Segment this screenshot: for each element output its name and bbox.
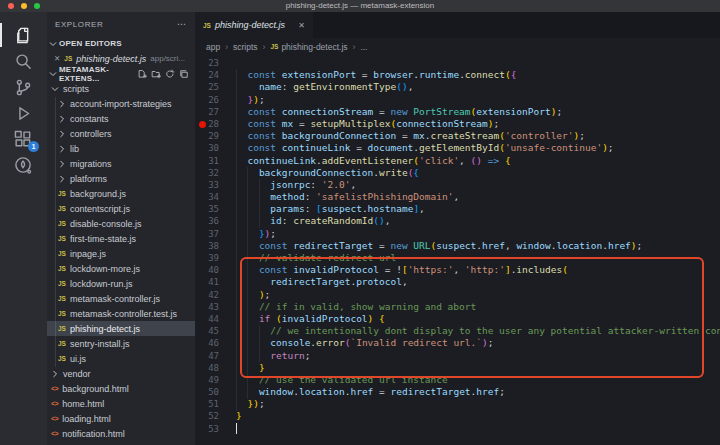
tree-item-scripts[interactable]: scripts: [47, 81, 195, 96]
tree-item-platforms[interactable]: platforms: [47, 171, 195, 186]
project-name: METAMASK-EXTENS...: [59, 65, 135, 83]
code-line: 52}: [195, 410, 720, 422]
tree-item-metamask-controller-test-js[interactable]: JSmetamask-controller.test.js: [47, 306, 195, 321]
project-section[interactable]: METAMASK-EXTENS...: [47, 66, 195, 81]
tree-item-metamask-controller-js[interactable]: JSmetamask-controller.js: [47, 291, 195, 306]
close-window-icon[interactable]: [8, 3, 14, 9]
new-file-icon[interactable]: [137, 69, 147, 79]
line-number[interactable]: 26: [195, 94, 233, 106]
tree-item-background-html[interactable]: <>background.html: [47, 381, 195, 396]
line-number[interactable]: 29: [195, 130, 233, 142]
line-number[interactable]: 39: [195, 252, 233, 264]
refresh-icon[interactable]: [165, 69, 175, 79]
tree-item-contentscript-js[interactable]: JScontentscript.js: [47, 201, 195, 216]
line-number[interactable]: 44: [195, 313, 233, 325]
tree-item-first-time-state-js[interactable]: JSfirst-time-state.js: [47, 231, 195, 246]
project-actions: [137, 69, 195, 79]
tree-item-label: first-time-state.js: [70, 234, 136, 244]
breadcrumb-item[interactable]: ...: [360, 42, 367, 52]
code-text: }: [233, 410, 242, 422]
line-number[interactable]: 36: [195, 215, 233, 227]
new-folder-icon[interactable]: [151, 69, 161, 79]
code-text: method: 'safelistPhishingDomain',: [233, 191, 459, 203]
open-editors-section[interactable]: OPEN EDITORS: [47, 36, 195, 51]
tree-item-account-import-strategies[interactable]: account-import-strategies: [47, 96, 195, 111]
line-number[interactable]: 23: [195, 57, 233, 69]
line-number[interactable]: 32: [195, 167, 233, 179]
tree-item-migrations[interactable]: migrations: [47, 156, 195, 171]
line-number[interactable]: 24: [195, 69, 233, 81]
line-number[interactable]: 33: [195, 179, 233, 191]
line-number[interactable]: 51: [195, 398, 233, 410]
close-tab-icon[interactable]: ✕: [298, 21, 305, 30]
line-number[interactable]: 35: [195, 203, 233, 215]
tree-item-lib[interactable]: lib: [47, 141, 195, 156]
line-number[interactable]: 40: [195, 264, 233, 276]
line-number[interactable]: 49: [195, 374, 233, 386]
tab-phishing-detect[interactable]: JS phishing-detect.js ✕: [195, 12, 313, 38]
line-number[interactable]: 46: [195, 337, 233, 349]
line-number[interactable]: 41: [195, 276, 233, 288]
line-number[interactable]: 25: [195, 81, 233, 93]
code-text: const extensionPort = browser.runtime.co…: [233, 69, 516, 81]
tree-item-phishing-detect-js[interactable]: JSphishing-detect.js: [47, 321, 195, 336]
line-number[interactable]: 50: [195, 386, 233, 398]
tree-item-lockdown-run-js[interactable]: JSlockdown-run.js: [47, 276, 195, 291]
line-number[interactable]: 47: [195, 350, 233, 362]
close-icon[interactable]: ✕: [54, 54, 60, 63]
tree-item-label: disable-console.js: [70, 219, 142, 229]
js-file-icon: JS: [58, 280, 66, 287]
minimize-window-icon[interactable]: [21, 3, 27, 9]
search-icon[interactable]: [12, 51, 35, 71]
maximize-window-icon[interactable]: [34, 3, 40, 9]
tree-item-loading-html[interactable]: <>loading.html: [47, 411, 195, 426]
code-line: 27 const connectionStream = new PortStre…: [195, 106, 720, 118]
line-number[interactable]: 30: [195, 142, 233, 154]
file-tree: scriptsaccount-import-strategiesconstant…: [47, 81, 195, 441]
tree-item-inpage-js[interactable]: JSinpage.js: [47, 246, 195, 261]
breadcrumb-item[interactable]: app: [206, 42, 220, 52]
line-number[interactable]: 43: [195, 301, 233, 313]
line-number[interactable]: 34: [195, 191, 233, 203]
extension-circle-icon[interactable]: [12, 155, 35, 175]
line-number[interactable]: 38: [195, 240, 233, 252]
line-number[interactable]: 45: [195, 325, 233, 337]
line-number[interactable]: 48: [195, 362, 233, 374]
tree-item-vendor[interactable]: vendor: [47, 366, 195, 381]
line-number[interactable]: 42: [195, 289, 233, 301]
extensions-icon[interactable]: 1: [12, 129, 35, 149]
breadcrumb-item[interactable]: JSphishing-detect.js: [270, 42, 347, 52]
tree-item-label: metamask-controller.test.js: [70, 309, 177, 319]
collapse-all-icon[interactable]: [179, 69, 189, 79]
code-text: const mx = setupMultiplex(connectionStre…: [233, 118, 499, 130]
line-number[interactable]: 53: [195, 423, 233, 435]
line-number[interactable]: 27: [195, 106, 233, 118]
tree-item-sentry-install-js[interactable]: JSsentry-install.js: [47, 336, 195, 351]
breadcrumb-item[interactable]: scripts: [233, 42, 258, 52]
window-title: phishing-detect.js — metamask-extension: [0, 0, 720, 12]
line-number[interactable]: 52: [195, 410, 233, 422]
line-number[interactable]: 31: [195, 155, 233, 167]
breadcrumb-label: scripts: [233, 42, 258, 52]
tree-item-lockdown-more-js[interactable]: JSlockdown-more.js: [47, 261, 195, 276]
tree-item-disable-console-js[interactable]: JSdisable-console.js: [47, 216, 195, 231]
code-line: 42 );: [195, 289, 720, 301]
explorer-icon[interactable]: [12, 25, 35, 45]
line-number[interactable]: 37: [195, 228, 233, 240]
tree-item-label: vendor: [63, 369, 91, 379]
tree-item-controllers[interactable]: controllers: [47, 126, 195, 141]
code-line: 25 name: getEnvironmentType(),: [195, 81, 720, 93]
explorer-more-icon[interactable]: ⋯: [177, 19, 187, 29]
code-editor[interactable]: 2324 const extensionPort = browser.runti…: [195, 55, 720, 445]
tree-item-background-js[interactable]: JSbackground.js: [47, 186, 195, 201]
breadcrumb: app›scripts›JSphishing-detect.js›...: [195, 38, 720, 55]
tree-item-constants[interactable]: constants: [47, 111, 195, 126]
window-controls[interactable]: [8, 3, 40, 9]
tree-item-ui-js[interactable]: JSui.js: [47, 351, 195, 366]
breakpoint-icon[interactable]: [199, 121, 206, 128]
tree-item-home-html[interactable]: <>home.html: [47, 396, 195, 411]
source-control-icon[interactable]: [12, 77, 35, 97]
code-line: 41 redirectTarget.protocol,: [195, 276, 720, 288]
tree-item-notification-html[interactable]: <>notification.html: [47, 426, 195, 441]
run-debug-icon[interactable]: [12, 103, 35, 123]
